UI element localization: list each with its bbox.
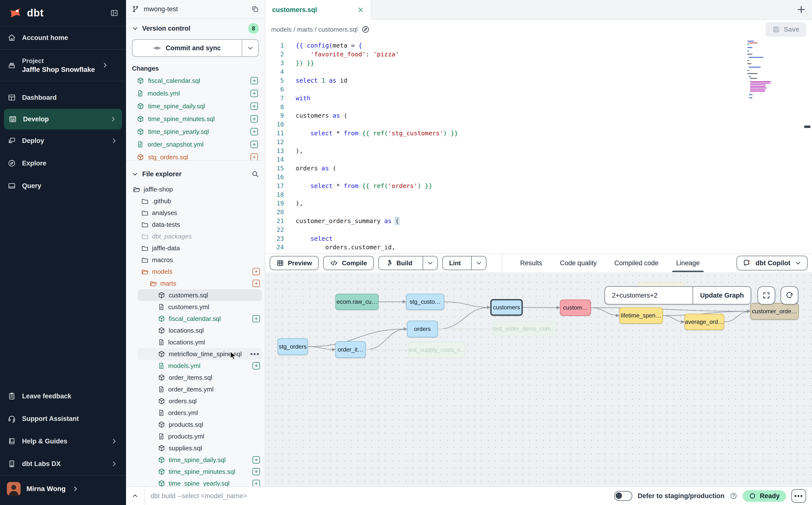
- tree-item-orders-yml[interactable]: orders.yml: [126, 407, 265, 419]
- lineage-node-oitem[interactable]: order_it…: [335, 341, 366, 358]
- tree-item-customers-sql[interactable]: customers.sql: [126, 289, 265, 301]
- change-row[interactable]: time_spine_daily.sql+: [126, 100, 265, 113]
- tree-item-models-yml[interactable]: models.yml+: [126, 360, 265, 372]
- stage-change-button[interactable]: +: [253, 480, 260, 486]
- sidebar-item-leave-feedback[interactable]: Leave feedback: [0, 385, 126, 407]
- lint-dropdown-button[interactable]: [471, 257, 486, 270]
- code-line-20[interactable]: 20: [265, 208, 812, 217]
- tree-item-macros[interactable]: macros: [126, 254, 265, 266]
- code-editor[interactable]: 1{{ config(meta = {2 'favorite_food': 'p…: [265, 39, 812, 254]
- sidebar-item-project[interactable]: Project Jaffle Shop Snowflake: [0, 49, 126, 81]
- tab-code-quality[interactable]: Code quality: [560, 254, 597, 272]
- stage-change-button[interactable]: +: [251, 115, 258, 123]
- tree-item-jaffle-data[interactable]: jaffle-data: [126, 242, 265, 254]
- change-row[interactable]: time_spine_yearly.sql+: [126, 125, 265, 138]
- tree-item-data-tests[interactable]: data-tests: [126, 219, 265, 230]
- code-line-24[interactable]: 24 orders.customer_id,: [265, 243, 812, 252]
- compass-icon[interactable]: [362, 25, 369, 33]
- code-line-5[interactable]: 5select 1 as id: [265, 76, 812, 85]
- sidebar-item-account-home[interactable]: Account home: [0, 26, 126, 49]
- tree-item-orders-sql[interactable]: orders.sql: [126, 395, 265, 407]
- code-line-1[interactable]: 1{{ config(meta = {: [265, 41, 812, 50]
- lineage-node-stgc[interactable]: stg_custo…: [406, 294, 444, 310]
- stage-change-button[interactable]: +: [251, 77, 258, 84]
- code-line-23[interactable]: 23 select: [265, 234, 812, 243]
- change-row[interactable]: stg_orders.sql+: [126, 151, 265, 160]
- code-line-7[interactable]: 7with: [265, 94, 812, 103]
- code-line-4[interactable]: 4: [265, 67, 812, 76]
- sidebar-item-develop[interactable]: Develop: [4, 109, 122, 130]
- lineage-node-stgo[interactable]: stg_orders: [278, 338, 308, 355]
- chevron-up-icon[interactable]: [132, 493, 138, 499]
- commit-dropdown-button[interactable]: [242, 40, 259, 56]
- code-line-13[interactable]: 13),: [265, 147, 812, 155]
- code-line-12[interactable]: 12: [265, 138, 812, 147]
- code-line-14[interactable]: 14: [265, 155, 812, 164]
- tree-item-analyses[interactable]: analyses: [126, 207, 265, 219]
- code-line-9[interactable]: 9customers as (: [265, 111, 812, 120]
- stage-change-button[interactable]: +: [253, 456, 260, 464]
- tree-item-customers-yml[interactable]: customers.yml: [126, 301, 265, 313]
- code-line-8[interactable]: 8: [265, 103, 812, 112]
- stage-change-button[interactable]: +: [251, 128, 258, 135]
- copy-icon[interactable]: [252, 5, 259, 13]
- stage-change-button[interactable]: +: [253, 315, 260, 322]
- code-line-25[interactable]: 25: [265, 252, 812, 254]
- code-line-3[interactable]: 3}) }}: [265, 59, 812, 68]
- scrollbar-thumb[interactable]: [804, 126, 811, 128]
- change-row[interactable]: fiscal_calendar.sql+: [126, 74, 265, 87]
- stage-change-button[interactable]: +: [251, 141, 258, 148]
- tree-item-products-yml[interactable]: products.yml: [126, 431, 265, 442]
- lineage-node-ord[interactable]: orders: [407, 321, 438, 337]
- close-icon[interactable]: [357, 7, 364, 13]
- tree-item-metricflow-time-spine-sql[interactable]: metricflow_time_spine.sql•••: [126, 348, 265, 360]
- stage-change-button[interactable]: +: [251, 90, 258, 97]
- tab-results[interactable]: Results: [520, 254, 542, 272]
- dbt-copilot-button[interactable]: dbt Copilot: [737, 256, 808, 271]
- tree-item-order-items-yml[interactable]: order_items.yml: [126, 383, 265, 395]
- sidebar-item-explore[interactable]: Explore: [0, 152, 126, 175]
- save-button[interactable]: Save: [766, 22, 806, 37]
- sidebar-item-dbt-labs-dx[interactable]: dbt Labs DX: [0, 453, 126, 475]
- git-branch-row[interactable]: mwong-test: [126, 0, 265, 19]
- code-line-15[interactable]: 15orders as (: [265, 164, 812, 173]
- tree-item-time-spine-yearly-sql[interactable]: time_spine_yearly.sql+: [126, 478, 265, 486]
- refresh-button[interactable]: [781, 286, 798, 305]
- stage-change-button[interactable]: +: [251, 153, 258, 160]
- preview-button[interactable]: Preview: [270, 256, 319, 270]
- lineage-node-corde[interactable]: customer_orde…: [750, 303, 799, 320]
- defer-toggle[interactable]: [614, 491, 632, 501]
- sidebar-user-menu[interactable]: Mirna Wong: [0, 476, 126, 502]
- build-button[interactable]: Build: [378, 256, 438, 270]
- lineage-node-aord[interactable]: average_ord…: [684, 314, 724, 330]
- tree-item-supplies-sql[interactable]: supplies.sql: [126, 442, 265, 454]
- new-tab-button[interactable]: [790, 0, 812, 19]
- code-line-21[interactable]: 21customer_orders_summary as (: [265, 217, 812, 225]
- tree-item-marts[interactable]: marts•: [126, 278, 265, 289]
- tree-item-models[interactable]: models•: [126, 266, 265, 278]
- lineage-node-ecom[interactable]: ecom.raw_cu…: [335, 294, 378, 310]
- change-row[interactable]: time_spine_minutes.sql+: [126, 113, 265, 125]
- tree-item-jaffle-shop[interactable]: jaffle-shop: [126, 183, 265, 195]
- version-control-header[interactable]: Version control 8: [126, 21, 265, 36]
- change-row[interactable]: order_snapshot.yml+: [126, 138, 265, 151]
- sidebar-item-help-guides[interactable]: Help & Guides: [0, 430, 126, 453]
- lineage-graph[interactable]: 2+customers+2 Update Graph count_lifetim…: [265, 272, 812, 486]
- code-line-2[interactable]: 2 'favorite_food': 'pizza': [265, 50, 812, 59]
- tab-lineage[interactable]: Lineage: [676, 254, 700, 272]
- code-line-19[interactable]: 19),: [265, 199, 812, 208]
- more-options-button[interactable]: •••: [791, 489, 806, 503]
- tree-item-dbt-packages[interactable]: dbt_packages: [126, 230, 265, 242]
- lineage-selector-input[interactable]: 2+customers+2: [605, 287, 693, 304]
- sidebar-item-dashboard[interactable]: Dashboard: [0, 86, 126, 109]
- stage-change-button[interactable]: +: [251, 103, 258, 110]
- fullscreen-button[interactable]: [758, 286, 775, 305]
- change-row[interactable]: models.yml+: [126, 87, 265, 100]
- collapse-sidebar-icon[interactable]: [110, 9, 118, 17]
- code-line-22[interactable]: 22: [265, 225, 812, 234]
- minimap[interactable]: [747, 41, 773, 101]
- lineage-node-cust[interactable]: customers: [490, 299, 523, 316]
- stage-change-button[interactable]: +: [253, 362, 260, 369]
- lint-button[interactable]: Lint: [442, 256, 486, 270]
- help-circle-icon[interactable]: [730, 492, 737, 500]
